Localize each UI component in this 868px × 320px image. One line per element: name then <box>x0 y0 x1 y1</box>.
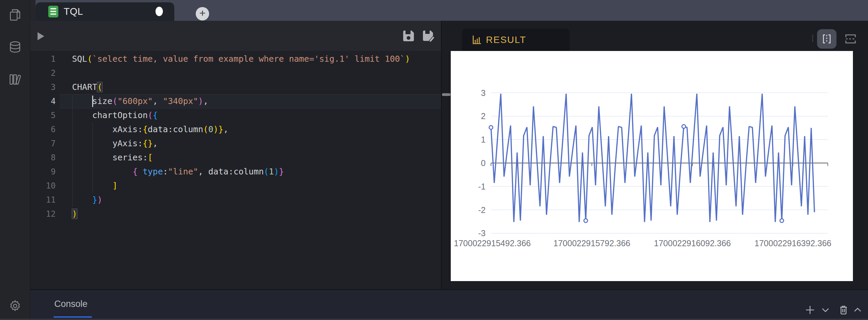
unsaved-indicator-dot <box>155 7 163 16</box>
files-icon[interactable] <box>8 7 23 22</box>
svg-text:1700022915792.366: 1700022915792.366 <box>553 238 630 248</box>
window-bottom-border <box>0 319 868 320</box>
line-number: 11 <box>30 193 56 207</box>
code-line-4[interactable]: 4 size("600px", "340px"), <box>30 94 441 108</box>
bar-chart-icon <box>472 34 482 45</box>
toolbar-divider <box>812 34 813 42</box>
code-line-7[interactable]: 7 yAxis:{}, <box>30 137 441 151</box>
svg-text:-2: -2 <box>478 205 486 215</box>
tab-result-label: RESULT <box>486 34 526 45</box>
line-number: 12 <box>30 207 56 221</box>
library-icon[interactable] <box>8 72 23 87</box>
code-line-8[interactable]: 8 series:[ <box>30 151 441 165</box>
database-icon[interactable] <box>8 39 23 54</box>
line-number: 1 <box>30 52 56 66</box>
svg-text:3: 3 <box>481 88 486 97</box>
settings-gear-icon[interactable] <box>8 298 23 313</box>
chevron-down-icon[interactable] <box>820 304 831 316</box>
code-line-text: chartOption({ <box>72 108 158 122</box>
code-line-text: }) <box>72 193 102 207</box>
console-active-underline <box>54 316 92 318</box>
editor-toolbar <box>30 21 441 51</box>
code-line-12[interactable]: 12) <box>30 207 441 221</box>
code-line-text: ] <box>72 179 117 193</box>
line-number: 5 <box>30 108 56 122</box>
result-chart: 3210-1-2-31700022915492.3661700022915792… <box>451 51 853 281</box>
trash-icon[interactable] <box>838 304 849 316</box>
pane-divider[interactable] <box>441 21 442 289</box>
chevron-up-icon[interactable] <box>852 304 863 316</box>
line-number: 7 <box>30 137 56 151</box>
tab-strip: TQL + <box>30 0 868 21</box>
code-line-5[interactable]: 5 chartOption({ <box>30 108 441 122</box>
new-tab-button[interactable]: + <box>196 7 209 21</box>
code-editor-pane: 1SQL(`select time, value from example wh… <box>30 21 441 289</box>
code-line-3[interactable]: 3CHART( <box>30 80 441 94</box>
save-as-icon[interactable] <box>422 29 436 43</box>
code-line-text: xAxis:{data:column(0)}, <box>72 122 228 137</box>
line-number: 3 <box>30 80 56 94</box>
code-line-11[interactable]: 11 }) <box>30 193 441 207</box>
svg-text:1700022916092.366: 1700022916092.366 <box>654 238 731 248</box>
plus-icon[interactable] <box>804 304 816 316</box>
activity-sidebar <box>0 0 30 320</box>
code-line-2[interactable]: 2 <box>30 66 441 80</box>
tab-strip-corner <box>30 0 35 21</box>
line-number: 2 <box>30 66 56 80</box>
line-number: 8 <box>30 151 56 165</box>
text-cursor <box>92 96 93 107</box>
svg-text:-1: -1 <box>478 182 486 191</box>
line-chart: 3210-1-2-31700022915492.3661700022915792… <box>451 51 853 281</box>
save-icon[interactable] <box>402 29 415 43</box>
code-line-text: ) <box>72 207 77 221</box>
svg-text:1700022915492.366: 1700022915492.366 <box>454 238 530 248</box>
code-line-1[interactable]: 1SQL(`select time, value from example wh… <box>30 52 441 66</box>
tab-result[interactable]: RESULT <box>462 29 570 51</box>
code-line-text: { type:"line", data:column(1)} <box>72 165 284 179</box>
code-area[interactable]: 1SQL(`select time, value from example wh… <box>30 51 441 289</box>
code-line-6[interactable]: 6 xAxis:{data:column(0)}, <box>30 122 441 137</box>
run-icon[interactable] <box>37 32 44 40</box>
tab-tql-label: TQL <box>64 6 83 17</box>
line-number: 9 <box>30 165 56 179</box>
code-line-text: CHART( <box>72 80 102 94</box>
tql-document-icon <box>48 6 58 18</box>
line-number: 4 <box>30 94 56 108</box>
code-line-10[interactable]: 10 ] <box>30 179 441 193</box>
tab-console[interactable]: Console <box>54 299 88 309</box>
svg-text:1700022916392.366: 1700022916392.366 <box>754 238 831 248</box>
svg-text:2: 2 <box>481 111 486 121</box>
code-line-9[interactable]: 9 { type:"line", data:column(1)} <box>30 165 441 179</box>
result-pane: RESULT 3210-1-2-31700022915492.366170002… <box>441 21 868 289</box>
svg-text:0: 0 <box>481 158 486 168</box>
tab-tql[interactable]: TQL <box>35 2 174 21</box>
svg-text:-3: -3 <box>478 228 486 238</box>
line-number: 10 <box>30 179 56 193</box>
split-horizontal-icon[interactable] <box>843 33 858 45</box>
split-drag-handle[interactable] <box>442 93 451 96</box>
console-bar: Console <box>30 289 868 319</box>
code-line-text: SQL(`select time, value from example whe… <box>72 52 410 66</box>
line-number: 6 <box>30 122 56 137</box>
svg-text:1: 1 <box>481 135 486 144</box>
split-vertical-icon[interactable] <box>817 29 837 49</box>
code-line-text: yAxis:{}, <box>72 137 158 151</box>
code-line-text: series:[ <box>72 151 153 165</box>
